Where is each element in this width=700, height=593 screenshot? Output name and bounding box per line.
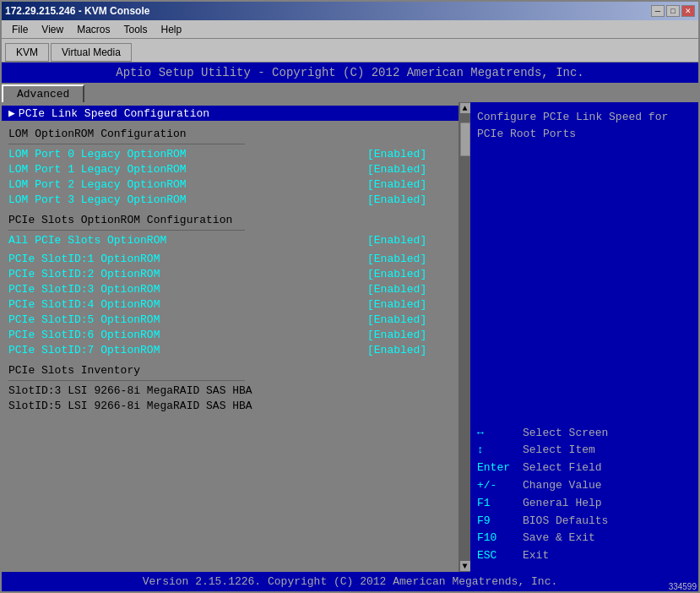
key-enter-desc: Select Field [523,460,602,477]
key-f10-desc: Save & Exit [523,530,595,547]
lom3-label: LOM Port 3 Legacy OptionROM [8,193,367,206]
key-row-select-screen: ↔ Select Screen [477,425,692,443]
bios-main: ▶ PCIe Link Speed Configuration LOM Opti… [2,102,698,572]
key-enter: Enter [477,460,519,477]
key-esc: ESC [477,547,519,565]
key-f10: F10 [477,530,519,547]
bios-row-inventory-slot3: SlotID:3 LSI 9266-8i MegaRAID SAS HBA [2,383,459,398]
lom2-value: [Enabled] [367,178,452,191]
key-arrows: ↔ [477,425,519,443]
scroll-track[interactable] [459,114,471,560]
bios-right-panel: Configure PCIe Link Speed for PCIe Root … [470,102,698,572]
bios-row-lom2[interactable]: LOM Port 2 Legacy OptionROM [Enabled] [2,177,459,192]
title-bar: 172.29.215.246 - KVM Console ─ □ ✕ [2,2,698,20]
bios-help-text: Configure PCIe Link Speed for PCIe Root … [477,109,692,142]
bios-row-slot1[interactable]: PCIe SlotID:1 OptionROM [Enabled] [2,251,459,266]
lom1-value: [Enabled] [367,163,452,176]
key-row-select-item: ↕ Select Item [477,442,692,460]
menu-macros[interactable]: Macros [70,22,117,37]
slot7-label: PCIe SlotID:7 OptionROM [8,344,367,356]
key-row-change-value: +/- Change Value [477,477,692,495]
bios-row-slot2[interactable]: PCIe SlotID:2 OptionROM [Enabled] [2,266,459,281]
key-f1: F1 [477,495,519,513]
key-row-f1: F1 General Help [477,495,692,513]
lom3-value: [Enabled] [367,193,452,206]
slot3-label: PCIe SlotID:3 OptionROM [8,283,367,296]
menu-tools[interactable]: Tools [117,22,154,37]
bios-footer-text: Version 2.15.1226. Copyright (C) 2012 Am… [143,575,557,588]
key-row-f10: F10 Save & Exit [477,530,692,547]
lom0-label: LOM Port 0 Legacy OptionROM [8,148,367,160]
tab-kvm[interactable]: KVM [5,43,49,62]
slot4-label: PCIe SlotID:4 OptionROM [8,298,367,311]
separator2 [2,230,459,231]
scroll-thumb[interactable] [460,122,470,156]
all-pcie-value: [Enabled] [367,234,452,247]
main-window: 172.29.215.246 - KVM Console ─ □ ✕ File … [0,0,700,593]
bios-tab-bar: Advanced [2,83,698,102]
bios-row-slot5[interactable]: PCIe SlotID:5 OptionROM [Enabled] [2,312,459,327]
menu-file[interactable]: File [5,22,35,37]
bios-screen: Aptio Setup Utility - Copyright (C) 2012… [2,63,698,591]
slot2-label: PCIe SlotID:2 OptionROM [8,268,367,280]
lom0-value: [Enabled] [367,148,452,160]
all-pcie-label: All PCIe Slots OptionROM [8,234,367,247]
bios-left-panel: ▶ PCIe Link Speed Configuration LOM Opti… [2,102,459,572]
bios-row-slot7[interactable]: PCIe SlotID:7 OptionROM [Enabled] [2,342,459,357]
tab-virtual-media[interactable]: Virtual Media [51,43,132,62]
key-plusminus: +/- [477,477,519,495]
slot1-label: PCIe SlotID:1 OptionROM [8,253,367,265]
scroll-down-button[interactable]: ▼ [459,560,471,572]
menu-bar: File View Macros Tools Help [2,20,698,39]
minimize-button[interactable]: ─ [651,5,665,17]
key-change-value-desc: Change Value [523,477,602,495]
key-esc-desc: Exit [523,547,549,565]
scroll-up-button[interactable]: ▲ [459,102,471,114]
key-row-esc: ESC Exit [477,547,692,565]
slot6-label: PCIe SlotID:6 OptionROM [8,329,367,341]
bios-header-text: Aptio Setup Utility - Copyright (C) 2012… [116,66,584,79]
inventory-slot3-label: SlotID:3 LSI 9266-8i MegaRAID SAS HBA [8,384,452,397]
slot6-value: [Enabled] [367,329,452,341]
bios-footer: Version 2.15.1226. Copyright (C) 2012 Am… [2,572,698,591]
bios-row-slot3[interactable]: PCIe SlotID:3 OptionROM [Enabled] [2,281,459,296]
inventory-slot5-label: SlotID:5 LSI 9266-8i MegaRAID SAS HBA [8,400,452,412]
help-text-content: Configure PCIe Link Speed for PCIe Root … [477,111,668,140]
bios-row-lom1[interactable]: LOM Port 1 Legacy OptionROM [Enabled] [2,161,459,177]
bios-row-slot4[interactable]: PCIe SlotID:4 OptionROM [Enabled] [2,296,459,312]
slot2-value: [Enabled] [367,268,452,280]
bios-row-lom0[interactable]: LOM Port 0 Legacy OptionROM [Enabled] [2,146,459,161]
key-select-screen-desc: Select Screen [523,425,608,443]
key-f9: F9 [477,513,519,530]
slot1-value: [Enabled] [367,253,452,265]
slot7-value: [Enabled] [367,344,452,356]
slot3-value: [Enabled] [367,283,452,296]
close-button[interactable]: ✕ [681,5,695,17]
maximize-button[interactable]: □ [666,5,680,17]
bios-tab-advanced[interactable]: Advanced [2,84,84,102]
inventory-section-title: PCIe Slots Inventory [2,362,459,378]
key-row-enter: Enter Select Field [477,460,692,477]
menu-view[interactable]: View [35,22,70,37]
bios-header: Aptio Setup Utility - Copyright (C) 2012… [2,63,698,83]
key-f9-desc: BIOS Defaults [523,513,608,530]
key-f1-desc: General Help [523,495,602,513]
bios-row-all-pcie[interactable]: All PCIe Slots OptionROM [Enabled] [2,232,459,248]
bios-row-pcie-link-speed[interactable]: ▶ PCIe Link Speed Configuration [2,106,459,121]
watermark: 334599 [669,582,697,591]
pcie-link-speed-label: PCIe Link Speed Configuration [19,107,452,120]
slot5-value: [Enabled] [367,313,452,326]
separator1 [2,144,459,144]
lom2-label: LOM Port 2 Legacy OptionROM [8,178,367,191]
bios-row-lom3[interactable]: LOM Port 3 Legacy OptionROM [Enabled] [2,192,459,207]
bios-row-slot6[interactable]: PCIe SlotID:6 OptionROM [Enabled] [2,327,459,342]
key-row-f9: F9 BIOS Defaults [477,513,692,530]
menu-help[interactable]: Help [155,22,189,37]
pcie-slots-section-title: PCIe Slots OptionROM Configuration [2,212,459,228]
bios-row-inventory-slot5: SlotID:5 LSI 9266-8i MegaRAID SAS HBA [2,398,459,413]
separator3 [2,380,459,381]
app-tab-bar: KVM Virtual Media [2,39,698,63]
scrollbar[interactable]: ▲ ▼ [459,102,470,572]
title-bar-buttons: ─ □ ✕ [651,5,695,17]
lom1-label: LOM Port 1 Legacy OptionROM [8,163,367,176]
